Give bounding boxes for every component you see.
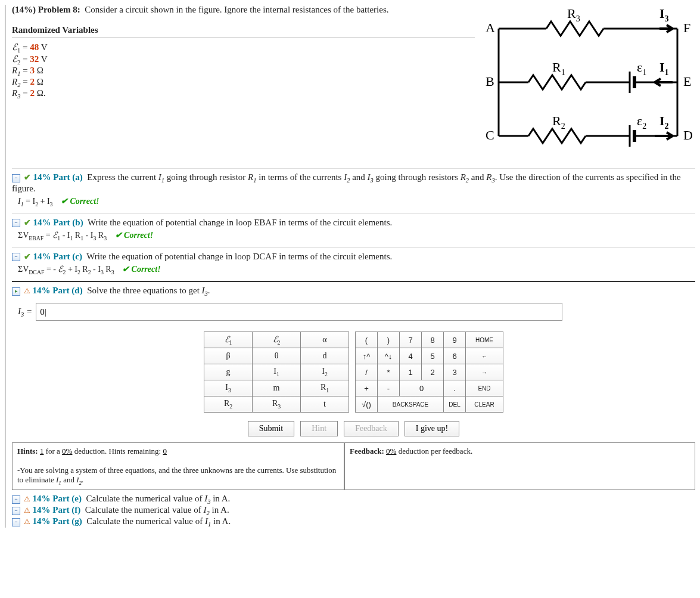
part-g: − ⚠ 14% Part (g) Calculate the numerical…	[12, 516, 695, 528]
key-t[interactable]: t	[301, 396, 349, 413]
key-plus[interactable]: +	[356, 380, 378, 396]
key-lparen[interactable]: (	[356, 332, 378, 348]
key-dot[interactable]: .	[444, 380, 466, 396]
circuit-diagram: A B C F E D R3 R1 R2 ε1 ε2 I3 I1 I2	[481, 5, 695, 162]
part-b: − ✔ 14% Part (b) Write the equation of p…	[12, 213, 695, 241]
key-superscript[interactable]: ↑^	[356, 348, 378, 364]
play-icon[interactable]: ▸	[12, 287, 20, 296]
giveup-button[interactable]: I give up!	[405, 421, 459, 436]
key-alpha[interactable]: α	[301, 332, 349, 348]
collapse-icon[interactable]: −	[12, 253, 20, 261]
collapse-icon[interactable]: −	[12, 219, 20, 227]
svg-text:C: C	[486, 128, 494, 142]
svg-text:F: F	[683, 20, 690, 35]
key-9[interactable]: 9	[444, 332, 466, 348]
collapse-icon[interactable]: −	[12, 518, 20, 526]
hints-box: Hints: 1 for a 0% deduction. Hints remai…	[12, 442, 344, 490]
svg-text:R1: R1	[552, 60, 565, 77]
svg-text:I2: I2	[659, 113, 669, 131]
key-3[interactable]: 3	[444, 364, 466, 380]
key-6[interactable]: 6	[444, 348, 466, 364]
svg-text:I1: I1	[659, 60, 669, 77]
part-a: − ✔ 14% Part (a) Express the current I1 …	[12, 168, 695, 207]
collapse-icon[interactable]: −	[12, 495, 20, 504]
part-d: ▸ ⚠ 14% Part (d) Solve the three equatio…	[12, 281, 695, 490]
svg-text:ε1: ε1	[637, 60, 646, 77]
feedback-button[interactable]: Feedback	[344, 421, 399, 436]
part-c: − ✔ 14% Part (c) Write the equation of p…	[12, 247, 695, 275]
key-divide[interactable]: /	[356, 364, 378, 380]
key-rparen[interactable]: )	[378, 332, 400, 348]
key-e2[interactable]: ℰ2	[253, 332, 301, 348]
svg-text:E: E	[683, 74, 691, 89]
key-r3[interactable]: R3	[253, 396, 301, 413]
key-0[interactable]: 0	[400, 380, 444, 396]
variables-heading: Randomized Variables	[12, 25, 98, 35]
variables-list: ℰ1 = 48 V ℰ2 = 32 V R1 = 3 Ω R2 = 2 Ω R3…	[12, 42, 475, 100]
answer-input[interactable]	[36, 303, 562, 321]
key-1[interactable]: 1	[400, 364, 422, 380]
key-beta[interactable]: β	[204, 348, 253, 364]
svg-text:D: D	[683, 128, 693, 142]
key-g[interactable]: g	[204, 364, 253, 380]
key-home[interactable]: HOME	[466, 332, 503, 348]
key-r2[interactable]: R2	[204, 396, 253, 413]
collapse-icon[interactable]: −	[12, 507, 20, 515]
key-subscript[interactable]: ^↓	[378, 348, 400, 364]
key-backspace[interactable]: BACKSPACE	[378, 396, 444, 413]
svg-text:B: B	[486, 74, 494, 89]
warning-icon: ⚠	[24, 287, 30, 295]
part-e: − ⚠ 14% Part (e) Calculate the numerical…	[12, 494, 695, 505]
keypad-numeric: ( ) 7 8 9 HOME ↑^ ^↓ 4 5 6 ← / *	[355, 331, 503, 413]
key-left[interactable]: ←	[466, 348, 503, 364]
submit-button[interactable]: Submit	[248, 421, 294, 436]
key-sqrt[interactable]: √()	[356, 396, 378, 413]
key-i3[interactable]: I3	[204, 380, 253, 396]
hint-button[interactable]: Hint	[300, 421, 338, 436]
svg-text:R2: R2	[552, 113, 565, 131]
input-label: I3 =	[18, 306, 32, 318]
key-r1[interactable]: R1	[301, 380, 349, 396]
svg-text:A: A	[486, 20, 495, 35]
key-right[interactable]: →	[466, 364, 503, 380]
part-f: − ⚠ 14% Part (f) Calculate the numerical…	[12, 505, 695, 516]
key-clear[interactable]: CLEAR	[466, 396, 503, 413]
key-minus[interactable]: -	[378, 380, 400, 396]
warning-icon: ⚠	[24, 506, 30, 515]
key-theta[interactable]: θ	[253, 348, 301, 364]
key-m[interactable]: m	[253, 380, 301, 396]
key-5[interactable]: 5	[422, 348, 444, 364]
check-icon: ✔	[24, 252, 31, 261]
collapse-icon[interactable]: −	[12, 174, 20, 182]
problem-header: (14%) Problem 8: Consider a circuit show…	[12, 5, 475, 15]
keypad-symbols: ℰ1ℰ2α βθd gI1I2 I3mR1 R2R3t	[204, 331, 349, 413]
feedback-box: Feedback: 0% deduction per feedback.	[344, 442, 695, 490]
check-icon: ✔	[24, 173, 31, 182]
key-i2[interactable]: I2	[301, 364, 349, 380]
key-4[interactable]: 4	[400, 348, 422, 364]
check-icon: ✔	[24, 218, 31, 227]
key-e1[interactable]: ℰ1	[204, 332, 253, 348]
svg-text:I3: I3	[659, 6, 669, 23]
key-i1[interactable]: I1	[253, 364, 301, 380]
key-d[interactable]: d	[301, 348, 349, 364]
key-del[interactable]: DEL	[444, 396, 466, 413]
key-multiply[interactable]: *	[378, 364, 400, 380]
svg-text:R3: R3	[567, 6, 580, 23]
key-7[interactable]: 7	[400, 332, 422, 348]
key-8[interactable]: 8	[422, 332, 444, 348]
warning-icon: ⚠	[24, 518, 30, 526]
warning-icon: ⚠	[24, 495, 30, 503]
key-2[interactable]: 2	[422, 364, 444, 380]
svg-text:ε2: ε2	[637, 113, 646, 131]
key-end[interactable]: END	[466, 380, 503, 396]
